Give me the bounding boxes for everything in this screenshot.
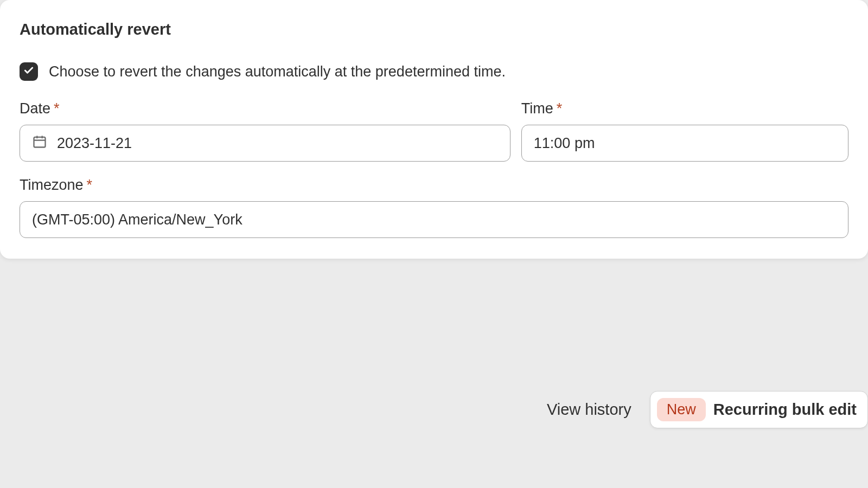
time-label-text: Time	[521, 100, 553, 117]
time-value: 11:00 pm	[534, 135, 595, 152]
timezone-label: Timezone*	[20, 177, 848, 194]
auto-revert-card: Automatically revert Choose to revert th…	[0, 0, 868, 259]
svg-rect-0	[34, 137, 46, 147]
timezone-field-group: Timezone* (GMT-05:00) America/New_York	[20, 177, 848, 238]
time-input[interactable]: 11:00 pm	[521, 125, 848, 162]
calendar-icon	[32, 134, 47, 153]
date-label: Date*	[20, 100, 510, 117]
timezone-value: (GMT-05:00) America/New_York	[32, 211, 242, 228]
required-marker: *	[557, 100, 563, 117]
date-value: 2023-11-21	[57, 135, 132, 152]
revert-checkbox-row: Choose to revert the changes automatical…	[20, 62, 848, 81]
checkmark-icon	[23, 65, 34, 78]
time-field-group: Time* 11:00 pm	[521, 100, 848, 162]
recurring-bulk-edit-button[interactable]: New Recurring bulk edit	[650, 391, 868, 428]
required-marker: *	[87, 177, 93, 193]
timezone-label-text: Timezone	[20, 177, 84, 193]
revert-checkbox-label: Choose to revert the changes automatical…	[49, 63, 506, 80]
date-time-row: Date* 2023-11-21 Time* 11:00 pm	[20, 100, 848, 162]
card-title: Automatically revert	[20, 21, 848, 38]
date-label-text: Date	[20, 100, 50, 117]
footer-actions: View history New Recurring bulk edit	[0, 391, 868, 428]
new-badge: New	[657, 398, 706, 421]
date-input[interactable]: 2023-11-21	[20, 125, 510, 162]
view-history-button[interactable]: View history	[547, 401, 631, 419]
revert-checkbox[interactable]	[20, 62, 38, 81]
required-marker: *	[54, 100, 60, 117]
time-label: Time*	[521, 100, 848, 117]
date-field-group: Date* 2023-11-21	[20, 100, 510, 162]
recurring-bulk-edit-label: Recurring bulk edit	[713, 401, 857, 419]
timezone-select[interactable]: (GMT-05:00) America/New_York	[20, 201, 848, 238]
